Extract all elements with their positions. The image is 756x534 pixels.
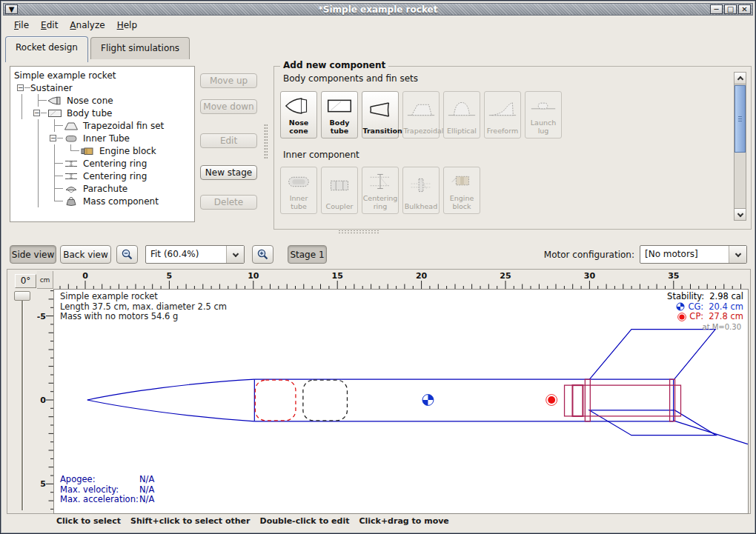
inner-tube-outline — [565, 379, 681, 421]
delete-button[interactable]: Delete — [200, 195, 257, 210]
tree-guide — [14, 170, 30, 182]
close-button[interactable]: ✕ — [738, 4, 751, 14]
vertical-splitter-grip[interactable] — [264, 124, 268, 159]
component-button-label: Elliptical — [445, 127, 480, 136]
window-menu-icon[interactable]: ▼ — [5, 4, 18, 14]
tree-row-nose-cone[interactable]: Nose cone — [12, 94, 193, 107]
component-tree[interactable]: Simple example rocket−SustainerNose cone… — [10, 66, 195, 222]
tree-guide — [30, 144, 47, 157]
collapse-icon[interactable]: − — [50, 135, 56, 141]
body-tube-btn-icon — [322, 92, 357, 119]
minimize-button[interactable]: ─ — [710, 4, 723, 14]
svg-text:5: 5 — [167, 271, 173, 281]
tree-handle[interactable]: − — [30, 107, 47, 119]
menu-analyze[interactable]: Analyze — [64, 18, 110, 33]
centering-ring-btn-icon — [362, 167, 398, 195]
motor-configuration-label: Motor configuration: — [520, 250, 634, 260]
component-button-row: Inner tubeCouplerCentering ringBulkheadE… — [280, 167, 480, 214]
tree-guide — [47, 195, 63, 207]
add-centering-ring-button[interactable]: Centering ring — [362, 167, 399, 214]
component-button-label: Trapezoidal — [404, 127, 439, 136]
tree-row-parachute[interactable]: Parachute — [12, 182, 193, 195]
add-freeform-button[interactable]: Freeform — [484, 91, 521, 138]
maximize-button[interactable]: □ — [724, 4, 737, 14]
hint-2: Double-click to edit — [260, 516, 350, 526]
edit-button[interactable]: Edit — [200, 133, 257, 148]
stability-legend: Stability:2.98 cal CG:20.4 cm CP:27.8 cm… — [667, 292, 743, 332]
rotation-slider[interactable] — [21, 301, 23, 510]
title-bar[interactable]: ▼ *Simple example rocket ─□✕ — [3, 3, 753, 16]
body-tube-icon — [47, 108, 64, 119]
tree-item-label: Simple example rocket — [14, 70, 116, 81]
add-nose-cone-button[interactable]: Nose cone — [280, 91, 317, 138]
side-view-button[interactable]: Side view — [10, 245, 56, 264]
scroll-up-icon[interactable] — [735, 73, 746, 84]
tree-guide — [14, 132, 30, 144]
tree-guide — [63, 144, 79, 157]
add-bulkhead-button[interactable]: Bulkhead — [402, 167, 440, 214]
tree-row-inner-tube[interactable]: −Inner Tube — [12, 132, 193, 144]
motor-configuration-value: [No motors] — [640, 246, 729, 263]
zoom-in-icon[interactable] — [252, 245, 273, 264]
chevron-down-icon[interactable] — [226, 246, 244, 263]
nose-cone-outline — [87, 379, 255, 421]
window-title: *Simple example rocket — [4, 4, 752, 15]
add-launch-lug-button[interactable]: Launch lug — [525, 91, 562, 138]
component-button-label: Bulkhead — [404, 203, 439, 211]
tree-row-simple-example-rocket[interactable]: Simple example rocket — [12, 69, 193, 81]
tab-flight-simulations[interactable]: Flight simulations — [90, 37, 190, 59]
chevron-down-icon[interactable] — [729, 246, 746, 263]
move-up-button[interactable]: Move up — [200, 73, 257, 88]
component-scrollbar[interactable] — [734, 72, 746, 221]
component-button-label: Inner tube — [282, 195, 316, 211]
add-engine-block-button[interactable]: Engine block — [443, 167, 480, 214]
tab-rocket-design[interactable]: Rocket design — [5, 36, 88, 62]
svg-text:15: 15 — [332, 271, 343, 281]
scroll-down-icon[interactable] — [735, 208, 746, 220]
add-body-tube-button[interactable]: Body tube — [321, 91, 358, 138]
tree-row-engine-block[interactable]: Engine block — [12, 144, 193, 157]
tree-guide — [14, 107, 30, 119]
tree-handle[interactable]: − — [47, 132, 63, 144]
tree-guide — [14, 182, 30, 195]
flight-stat-label: Max. velocity: — [60, 485, 139, 495]
tree-guide — [47, 157, 63, 170]
add-inner-tube-button[interactable]: Inner tube — [280, 167, 317, 214]
collapse-icon[interactable]: − — [33, 110, 40, 116]
add-elliptical-button[interactable]: Elliptical — [443, 91, 480, 138]
collapse-icon[interactable]: − — [17, 84, 24, 91]
tree-row-sustainer[interactable]: −Sustainer — [12, 81, 193, 94]
add-trapezoidal-button[interactable]: Trapezoidal — [402, 91, 440, 138]
horizontal-splitter-grip[interactable] — [338, 230, 379, 233]
tree-row-centering-ring[interactable]: Centering ring — [12, 170, 193, 182]
status-bar: Click to selectShift+click to select oth… — [56, 516, 449, 526]
scrollbar-thumb[interactable] — [735, 85, 746, 153]
menu-file[interactable]: File — [8, 18, 35, 33]
rotation-slider-handle[interactable] — [14, 291, 30, 301]
tab-label: Flight simulations — [101, 43, 179, 53]
svg-text:25: 25 — [500, 271, 511, 281]
motor-configuration-select[interactable]: [No motors] — [640, 245, 747, 264]
new-stage-button[interactable]: New stage — [200, 165, 257, 180]
add-coupler-button[interactable]: Coupler — [321, 167, 358, 214]
tree-item-label: Mass component — [83, 196, 159, 207]
move-down-button[interactable]: Move down — [200, 99, 257, 114]
rocket-canvas[interactable]: Simple example rocket Length 37.5 cm, ma… — [53, 289, 749, 514]
zoom-out-icon[interactable] — [116, 245, 138, 264]
tree-guide — [30, 94, 47, 107]
stage-1-toggle[interactable]: Stage 1 — [288, 245, 327, 264]
cp-icon — [677, 313, 686, 321]
add-transition-button[interactable]: Transition — [362, 91, 399, 138]
menu-help[interactable]: Help — [111, 18, 143, 33]
tree-row-body-tube[interactable]: −Body tube — [12, 107, 193, 119]
tree-row-centering-ring[interactable]: Centering ring — [12, 157, 193, 170]
tree-row-mass-component[interactable]: Mass component — [12, 195, 193, 207]
menu-edit[interactable]: Edit — [35, 18, 64, 33]
ruler-unit-label: cm — [37, 271, 53, 289]
zoom-select[interactable]: Fit (60.4%) — [145, 245, 245, 264]
tree-handle[interactable]: − — [14, 81, 30, 94]
svg-text:0: 0 — [82, 271, 88, 281]
tree-row-trapezoidal-fin-set[interactable]: Trapezoidal fin set — [12, 119, 193, 132]
rocket-info: Simple example rocket Length 37.5 cm, ma… — [60, 292, 227, 322]
back-view-button[interactable]: Back view — [60, 245, 111, 264]
